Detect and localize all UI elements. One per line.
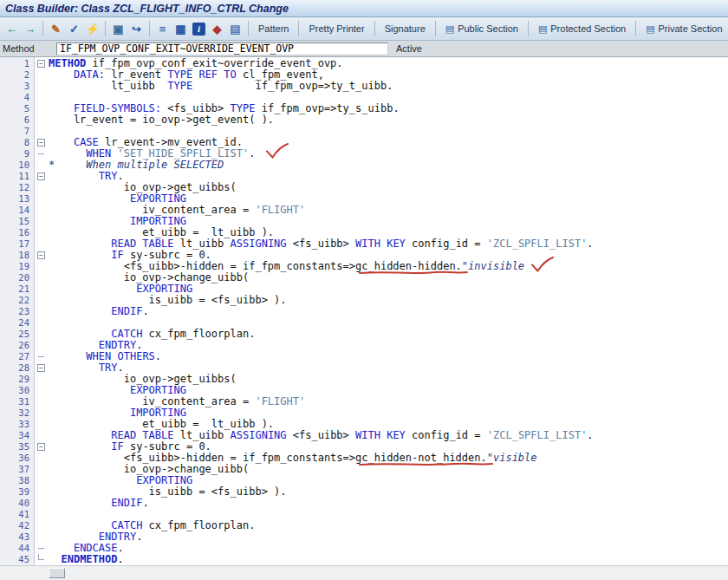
line-number: 29 bbox=[0, 374, 35, 385]
horizontal-scrollbar[interactable] bbox=[0, 565, 728, 580]
fold-toggle-icon[interactable]: − bbox=[37, 251, 45, 259]
toolbar-separator bbox=[248, 21, 249, 36]
line-number: 22 bbox=[0, 295, 35, 306]
line-number: 19 bbox=[0, 261, 35, 272]
fold-column bbox=[35, 238, 49, 250]
line-number: 42 bbox=[0, 520, 35, 531]
code-line[interactable]: 6 lr_event = io_ovp->get_event( ). bbox=[0, 114, 728, 126]
code-token: WHEN OTHERS bbox=[86, 350, 154, 362]
code-token: DATA: bbox=[74, 68, 105, 81]
scrollbar-thumb[interactable] bbox=[49, 568, 65, 578]
fold-column: − bbox=[35, 362, 49, 374]
public-section-button[interactable]: ▤Public Section bbox=[440, 22, 523, 36]
fold-column bbox=[35, 272, 49, 283]
fold-column bbox=[35, 317, 49, 329]
toolbar-separator bbox=[298, 21, 299, 36]
code-line[interactable]: 45 ENDMETHOD. bbox=[0, 554, 728, 565]
code-token: . bbox=[587, 238, 593, 250]
fold-line-icon bbox=[38, 548, 44, 549]
fold-toggle-icon[interactable]: − bbox=[37, 364, 45, 372]
fold-toggle-icon[interactable]: − bbox=[37, 139, 45, 147]
toolbar-separator bbox=[435, 21, 436, 36]
code-token bbox=[49, 362, 99, 374]
code-token bbox=[49, 170, 99, 182]
pattern-button[interactable]: Pattern bbox=[253, 22, 294, 36]
protected-section-button[interactable]: ▤Protected Section bbox=[533, 22, 631, 36]
private-section-button[interactable]: ▤Private Section bbox=[640, 22, 727, 36]
fold-toggle-icon[interactable]: − bbox=[37, 443, 45, 451]
info-icon[interactable]: i bbox=[192, 23, 205, 36]
signature-button[interactable]: Signature bbox=[380, 22, 431, 36]
code-token: ENDTRY bbox=[99, 339, 136, 351]
line-number: 24 bbox=[0, 317, 35, 329]
pretty-printer-button[interactable]: Pretty Printer bbox=[303, 22, 369, 36]
fold-column bbox=[35, 498, 49, 509]
fold-toggle-icon[interactable]: − bbox=[37, 173, 45, 180]
other-object-icon[interactable]: ◆ bbox=[209, 21, 225, 37]
code-token: . bbox=[117, 362, 123, 374]
code-token: CATCH bbox=[111, 328, 142, 340]
code-token bbox=[49, 102, 74, 114]
code-token: 'FLIGHT' bbox=[255, 204, 305, 216]
code-area: 1−METHOD if_fpm_ovp_conf_exit~override_e… bbox=[0, 57, 728, 565]
pattern-button-label: Pattern bbox=[258, 23, 289, 34]
line-number: 31 bbox=[0, 396, 35, 407]
code-token: EXPORTING bbox=[130, 384, 186, 396]
test-icon[interactable]: ▣ bbox=[110, 21, 127, 37]
code-line[interactable]: 23 ENDIF. bbox=[0, 306, 728, 317]
code-token: . bbox=[249, 147, 255, 160]
code-line[interactable]: 40 ENDIF. bbox=[0, 498, 728, 509]
code-token bbox=[49, 429, 111, 441]
line-number: 14 bbox=[0, 205, 35, 216]
code-token: lt_uibb bbox=[174, 429, 231, 441]
code-token bbox=[49, 249, 111, 261]
code-text: lt_uibb TYPE if_fpm_ovp=>ty_t_uibb. bbox=[49, 81, 393, 92]
code-token: io_ovp->change_uibb( bbox=[49, 463, 249, 475]
fold-column bbox=[35, 160, 49, 171]
fold-column bbox=[35, 182, 49, 193]
window-title: Class Builder: Class ZCL_FLIGHT_INFO_CTR… bbox=[5, 3, 289, 15]
code-token bbox=[49, 519, 111, 531]
code-token bbox=[49, 350, 86, 362]
method-name-field[interactable] bbox=[56, 42, 388, 55]
where-used-icon[interactable]: ↪ bbox=[128, 21, 145, 37]
code-line[interactable]: 3 lt_uibb TYPE if_fpm_ovp=>ty_t_uibb. bbox=[0, 81, 728, 92]
documentation-icon[interactable]: ▤ bbox=[227, 21, 244, 37]
code-token: cx_fpm_floorplan. bbox=[142, 328, 255, 340]
activate-icon[interactable]: ⚡ bbox=[84, 21, 101, 37]
display-change-icon[interactable]: ✎ bbox=[48, 21, 64, 37]
code-token: TYPE bbox=[231, 102, 256, 114]
code-token: . bbox=[136, 339, 142, 351]
fold-column: − bbox=[35, 137, 49, 148]
code-token: CASE bbox=[74, 136, 99, 148]
back-icon[interactable]: ← bbox=[3, 21, 20, 37]
fold-column: − bbox=[35, 250, 49, 261]
check-icon[interactable]: ✓ bbox=[66, 21, 82, 37]
code-token bbox=[49, 497, 111, 509]
toolbar-separator bbox=[374, 21, 375, 36]
forward-icon[interactable]: → bbox=[22, 21, 38, 37]
code-token bbox=[111, 147, 117, 160]
code-token: if_fpm_ovp_conf_exit~override_event_ovp. bbox=[86, 57, 342, 69]
code-token: EXPORTING bbox=[136, 283, 192, 295]
code-token bbox=[49, 407, 130, 419]
line-number: 4 bbox=[0, 92, 35, 103]
line-number: 43 bbox=[0, 531, 35, 543]
code-token: <fs_uibb>-hidden = if_fpm_constants=>gc_… bbox=[49, 260, 462, 272]
object-list-icon[interactable]: ≡ bbox=[154, 21, 171, 37]
code-token: io_ovp->change_uibb( bbox=[49, 271, 249, 283]
code-token bbox=[49, 305, 111, 317]
code-token: READ TABLE bbox=[111, 238, 173, 250]
code-token bbox=[49, 192, 130, 205]
toolbar-separator bbox=[149, 21, 150, 36]
fold-toggle-icon[interactable]: − bbox=[37, 60, 45, 68]
code-token bbox=[49, 215, 130, 227]
code-token: IF bbox=[111, 249, 123, 261]
fold-column bbox=[35, 92, 49, 103]
code-token: "invisible bbox=[462, 260, 524, 272]
fold-column bbox=[35, 453, 49, 464]
navigation-icon[interactable]: ▦ bbox=[172, 21, 189, 37]
code-editor[interactable]: 1−METHOD if_fpm_ovp_conf_exit~override_e… bbox=[0, 57, 728, 565]
section-icon: ▤ bbox=[445, 23, 454, 35]
code-token: TYPE bbox=[167, 80, 192, 92]
